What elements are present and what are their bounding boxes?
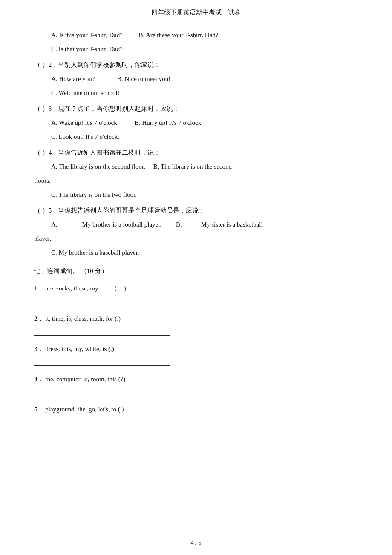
- connect-num-2: 2．: [34, 315, 44, 322]
- q2-section: （ ）2．当别人到你们学校参观时，你应说： A. How are you? B.…: [34, 59, 358, 99]
- q3-question: （ ）3．现在 7 点了，当你想叫别人起床时，应说：: [34, 103, 358, 115]
- connect-num-4: 4．: [34, 376, 44, 382]
- page-title: 四年级下册英语期中考试一试卷: [34, 9, 358, 17]
- connect-text-4: the, computer, is, room, this (?): [45, 376, 125, 382]
- q4-floors: floors.: [34, 175, 358, 187]
- q1-section: A. Is this your T-shirt, Dad? B. Are the…: [34, 29, 358, 55]
- connect-num-1: 1．: [34, 285, 44, 292]
- answer-line-3: [34, 357, 170, 366]
- answer-line-4: [34, 388, 170, 396]
- q1-option-c: C. Is that your T-shirt, Dad?: [51, 43, 358, 55]
- connect-text-1: are, socks, these, my: [45, 285, 98, 292]
- q3-options-ab: A. Wake up! It's 7 o'clock. B. Hurry up!…: [51, 117, 358, 129]
- connect-item-2: 2． it, time, is, class, math, for (.): [34, 313, 358, 325]
- connect-item-4: 4． the, computer, is, room, this (?): [34, 374, 358, 385]
- q4-options-ab: A. The library is on the second floor. B…: [51, 161, 358, 173]
- connect-num-3: 3．: [34, 345, 44, 352]
- section7-header: 七、连词成句。 （10 分）: [34, 265, 358, 277]
- q5-option-a: A. My brother is a football player. B. M…: [51, 219, 358, 230]
- connect-num-5: 5．: [34, 406, 44, 413]
- q2-question: （ ）2．当别人到你们学校参观时，你应说：: [34, 59, 358, 71]
- q4-question: （ ）4．当你告诉别人图书馆在二楼时，说：: [34, 147, 358, 158]
- page-footer: 4 / 5: [0, 540, 392, 546]
- q3-section: （ ）3．现在 7 点了，当你想叫别人起床时，应说： A. Wake up! I…: [34, 103, 358, 143]
- connect-item-1: 1． are, socks, these, my （．）: [34, 283, 358, 294]
- answer-line-1: [34, 297, 170, 305]
- q5-option-c: C. My brother is a baseball player.: [51, 247, 358, 259]
- answer-line-5: [34, 418, 170, 426]
- page: 四年级下册英语期中考试一试卷 A. Is this your T-shirt, …: [0, 0, 392, 555]
- connect-item-5: 5． playground, the, go, let's, to (.): [34, 404, 358, 415]
- q5-section: （ ）5．当你想告诉别人你的哥哥是个足球运动员是，应说： A. My broth…: [34, 205, 358, 259]
- connect-text-2: it, time, is, class, math, for (.): [45, 315, 121, 322]
- connect-item-3: 3． dress, this, my, white, is (.): [34, 343, 358, 355]
- q3-option-c: C. Look out! It's 7 o'clock.: [51, 131, 358, 143]
- q5-question: （ ）5．当你想告诉别人你的哥哥是个足球运动员是，应说：: [34, 205, 358, 216]
- q5-option-b-cont: player.: [34, 233, 358, 244]
- q4-section: （ ）4．当你告诉别人图书馆在二楼时，说： A. The library is …: [34, 147, 358, 201]
- q2-options-ab: A. How are you? B. Nice to meet you!: [51, 73, 358, 85]
- connect-punct-1: （．）: [111, 285, 130, 292]
- connect-text-3: dress, this, my, white, is (.): [45, 345, 114, 352]
- q1-option-a: A. Is this your T-shirt, Dad? B. Are the…: [51, 29, 358, 41]
- answer-line-2: [34, 327, 170, 336]
- connect-text-5: playground, the, go, let's, to (.): [45, 406, 124, 413]
- q2-option-c: C. Welcome to our school!: [51, 87, 358, 99]
- section7: 七、连词成句。 （10 分） 1． are, socks, these, my …: [34, 265, 358, 426]
- q4-option-c: C. The library is on the two floor.: [51, 189, 358, 201]
